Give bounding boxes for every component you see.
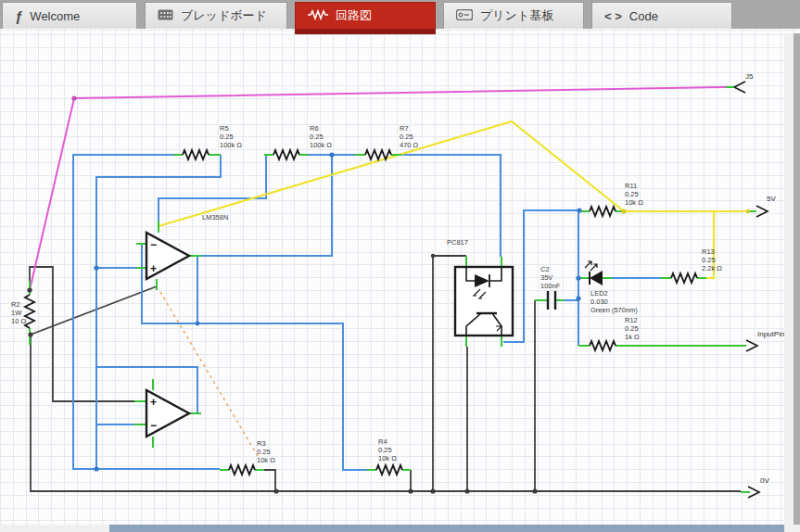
tab-bar: ƒ Welcome ブレッドボード 回路図 プリント基板 < > Code bbox=[0, 0, 800, 29]
opamp1-minus-sign: − bbox=[150, 238, 157, 251]
svg-text:0.25: 0.25 bbox=[220, 133, 234, 141]
code-icon: < > bbox=[604, 9, 622, 23]
svg-text:0.25: 0.25 bbox=[257, 448, 271, 456]
label-c2: C2 bbox=[540, 265, 550, 273]
label-r5: R5 bbox=[220, 124, 229, 133]
pcb-icon bbox=[456, 9, 473, 23]
svg-text:100nF: 100nF bbox=[540, 282, 561, 290]
vertical-scrollbar-thumb[interactable] bbox=[794, 33, 800, 525]
wire-r2-to-opamp2-plus[interactable] bbox=[30, 267, 134, 401]
component-labels: R5 0.25 100k Ω R6 0.25 100k Ω R7 0.25 47… bbox=[11, 124, 722, 464]
led2-emission-arrows bbox=[585, 261, 597, 271]
svg-text:10k Ω: 10k Ω bbox=[378, 454, 397, 462]
5v-arrow[interactable] bbox=[756, 206, 768, 217]
svg-text:1W: 1W bbox=[11, 309, 22, 317]
opamp1-plus-sign: + bbox=[150, 262, 157, 275]
svg-text:0.25: 0.25 bbox=[625, 190, 639, 198]
svg-text:2.2k Ω: 2.2k Ω bbox=[702, 264, 722, 272]
tab-code[interactable]: < > Code bbox=[591, 2, 732, 29]
svg-text:0.25: 0.25 bbox=[625, 324, 639, 333]
label-lm358n: LM358N bbox=[202, 213, 228, 222]
label-r11: R11 bbox=[625, 182, 637, 190]
ratsnest-line[interactable] bbox=[160, 292, 258, 456]
tab-schematic-label: 回路図 bbox=[336, 7, 372, 24]
svg-text:Green (570nm): Green (570nm) bbox=[590, 306, 638, 314]
label-r13: R13 bbox=[702, 247, 715, 256]
resistor-r6[interactable] bbox=[273, 150, 299, 159]
c2-symbol[interactable] bbox=[548, 291, 555, 310]
svg-text:1k Ω: 1k Ω bbox=[625, 333, 640, 341]
svg-text:10k Ω: 10k Ω bbox=[625, 198, 643, 207]
label-5v: 5V bbox=[767, 195, 776, 203]
opto-body[interactable] bbox=[455, 267, 513, 336]
resistor-r5[interactable] bbox=[183, 150, 209, 159]
svg-text:100k Ω: 100k Ω bbox=[310, 141, 332, 149]
label-pc817: PC817 bbox=[447, 238, 468, 247]
resistor-r11[interactable] bbox=[590, 207, 616, 216]
green-pins bbox=[30, 87, 756, 492]
tab-welcome[interactable]: ƒ Welcome bbox=[2, 2, 137, 29]
wire-r2-to-opamp1-vminus[interactable] bbox=[31, 286, 157, 335]
vertical-scrollbar[interactable] bbox=[784, 33, 800, 532]
tab-code-label: Code bbox=[629, 9, 658, 23]
wire-r3-to-ground[interactable] bbox=[264, 470, 275, 491]
svg-text:0.25: 0.25 bbox=[400, 133, 413, 141]
svg-text:0.25: 0.25 bbox=[310, 133, 324, 141]
active-tab-underline bbox=[295, 29, 436, 34]
opamp2-plus-sign: + bbox=[150, 396, 157, 409]
resistor-r13[interactable] bbox=[671, 273, 697, 283]
svg-text:0.25: 0.25 bbox=[702, 256, 716, 264]
svg-text:35V: 35V bbox=[540, 273, 552, 282]
tab-breadboard-label: ブレッドボード bbox=[181, 7, 267, 24]
horizontal-scrollbar-thumb[interactable] bbox=[109, 525, 784, 532]
breadboard-icon bbox=[158, 9, 173, 23]
wire-opamp1-minus-to-r4[interactable] bbox=[142, 244, 367, 470]
resistor-r4[interactable] bbox=[376, 465, 402, 475]
tab-pcb-label: プリント基板 bbox=[480, 7, 553, 24]
tab-pcb[interactable]: プリント基板 bbox=[443, 2, 584, 29]
fritzing-logo-icon: ƒ bbox=[15, 8, 22, 24]
label-r3: R3 bbox=[257, 439, 266, 448]
wire-j5-to-r2[interactable] bbox=[30, 87, 726, 290]
inputpin-arrow[interactable] bbox=[746, 340, 757, 351]
svg-text:10k Ω: 10k Ω bbox=[257, 456, 275, 464]
opamp2[interactable]: + − bbox=[146, 390, 189, 437]
resistor-r12[interactable] bbox=[590, 341, 616, 350]
led2-triangle bbox=[590, 271, 603, 285]
tab-welcome-label: Welcome bbox=[30, 9, 80, 23]
svg-text:0.030: 0.030 bbox=[590, 298, 608, 306]
svg-text:0.25: 0.25 bbox=[378, 446, 392, 454]
tab-breadboard[interactable]: ブレッドボード bbox=[145, 2, 287, 29]
svg-text:100k Ω: 100k Ω bbox=[220, 141, 242, 149]
wire-ground-bus[interactable] bbox=[31, 335, 741, 491]
label-r12: R12 bbox=[625, 316, 638, 324]
opamp2-minus-sign: − bbox=[150, 419, 157, 432]
label-led2: LED2 bbox=[590, 289, 608, 298]
opamp1[interactable]: − + bbox=[146, 233, 189, 279]
resistor-r2[interactable] bbox=[25, 295, 34, 328]
j5-arrow[interactable] bbox=[734, 82, 745, 93]
svg-text:470 Ω: 470 Ω bbox=[400, 141, 419, 149]
optocoupler-pc817[interactable] bbox=[455, 267, 513, 336]
yellow-wires[interactable] bbox=[159, 121, 748, 278]
svg-text:10 Ω: 10 Ω bbox=[11, 317, 26, 325]
tab-schematic[interactable]: 回路図 bbox=[295, 2, 436, 29]
led2-symbol[interactable] bbox=[585, 261, 603, 285]
label-r4: R4 bbox=[378, 437, 387, 446]
horizontal-scrollbar[interactable] bbox=[0, 525, 800, 532]
schematic-resistor-icon bbox=[308, 9, 328, 23]
label-r7: R7 bbox=[400, 124, 409, 133]
resistor-r3[interactable] bbox=[229, 465, 255, 475]
label-r6: R6 bbox=[310, 124, 319, 133]
label-r2: R2 bbox=[11, 300, 20, 309]
schematic-drawing: − + + − bbox=[0, 0, 800, 532]
label-j5: J5 bbox=[745, 72, 754, 81]
label-0v: 0V bbox=[760, 476, 769, 485]
